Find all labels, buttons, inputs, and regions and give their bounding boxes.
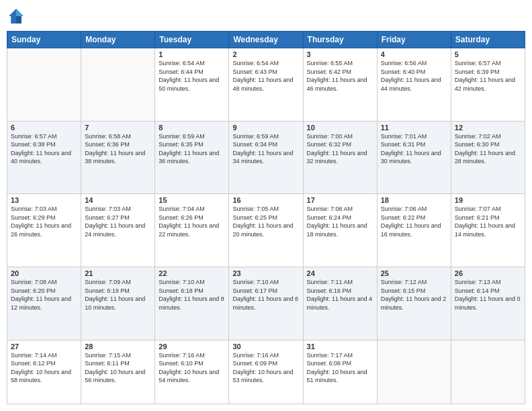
calendar-cell: 30Sunrise: 7:16 AM Sunset: 6:09 PM Dayli… xyxy=(229,340,303,404)
day-number: 2 xyxy=(232,50,299,58)
day-number: 20 xyxy=(11,269,77,277)
day-number: 1 xyxy=(159,50,225,58)
day-info: Sunrise: 6:58 AM Sunset: 6:36 PM Dayligh… xyxy=(85,132,151,166)
day-number: 30 xyxy=(232,342,299,351)
day-number: 28 xyxy=(85,342,151,351)
day-number: 29 xyxy=(159,342,225,351)
day-number: 27 xyxy=(11,342,77,351)
day-number: 4 xyxy=(381,50,447,58)
day-number: 14 xyxy=(85,196,151,204)
calendar-cell: 2Sunrise: 6:54 AM Sunset: 6:43 PM Daylig… xyxy=(229,48,303,122)
calendar-cell: 1Sunrise: 6:54 AM Sunset: 6:44 PM Daylig… xyxy=(155,48,229,122)
weekday-header: Monday xyxy=(81,32,155,48)
calendar-cell: 7Sunrise: 6:58 AM Sunset: 6:36 PM Daylig… xyxy=(81,121,155,194)
day-info: Sunrise: 7:12 AM Sunset: 6:15 PM Dayligh… xyxy=(381,278,447,312)
day-info: Sunrise: 7:16 AM Sunset: 6:10 PM Dayligh… xyxy=(159,351,225,385)
day-number: 17 xyxy=(307,196,373,204)
day-info: Sunrise: 6:57 AM Sunset: 6:39 PM Dayligh… xyxy=(455,59,521,93)
day-info: Sunrise: 7:02 AM Sunset: 6:30 PM Dayligh… xyxy=(455,132,521,166)
day-info: Sunrise: 7:14 AM Sunset: 6:12 PM Dayligh… xyxy=(11,351,77,385)
day-info: Sunrise: 7:10 AM Sunset: 6:18 PM Dayligh… xyxy=(159,278,225,312)
calendar-table: SundayMondayTuesdayWednesdayThursdayFrid… xyxy=(7,31,525,404)
calendar-cell: 11Sunrise: 7:01 AM Sunset: 6:31 PM Dayli… xyxy=(377,121,451,194)
day-number: 6 xyxy=(11,124,77,132)
day-info: Sunrise: 7:17 AM Sunset: 6:08 PM Dayligh… xyxy=(307,351,373,385)
calendar-cell: 5Sunrise: 6:57 AM Sunset: 6:39 PM Daylig… xyxy=(451,48,525,122)
weekday-header: Wednesday xyxy=(229,32,303,48)
day-info: Sunrise: 7:13 AM Sunset: 6:14 PM Dayligh… xyxy=(455,278,521,312)
day-info: Sunrise: 6:57 AM Sunset: 6:38 PM Dayligh… xyxy=(11,132,77,166)
day-number: 26 xyxy=(455,269,521,277)
day-info: Sunrise: 7:06 AM Sunset: 6:22 PM Dayligh… xyxy=(381,205,447,238)
calendar-cell xyxy=(7,48,81,122)
weekday-header: Sunday xyxy=(7,32,81,48)
calendar-cell: 23Sunrise: 7:10 AM Sunset: 6:17 PM Dayli… xyxy=(229,267,303,340)
day-number: 11 xyxy=(381,124,447,132)
day-info: Sunrise: 7:06 AM Sunset: 6:24 PM Dayligh… xyxy=(307,205,373,238)
calendar-cell: 13Sunrise: 7:03 AM Sunset: 6:29 PM Dayli… xyxy=(7,194,81,267)
day-number: 24 xyxy=(307,269,373,277)
day-number: 12 xyxy=(455,124,521,132)
day-info: Sunrise: 7:03 AM Sunset: 6:27 PM Dayligh… xyxy=(85,205,151,238)
calendar-cell: 14Sunrise: 7:03 AM Sunset: 6:27 PM Dayli… xyxy=(81,194,155,267)
calendar-cell: 4Sunrise: 6:56 AM Sunset: 6:40 PM Daylig… xyxy=(377,48,451,122)
day-info: Sunrise: 7:04 AM Sunset: 6:26 PM Dayligh… xyxy=(159,205,225,238)
weekday-header: Friday xyxy=(377,32,451,48)
calendar-cell: 20Sunrise: 7:08 AM Sunset: 6:20 PM Dayli… xyxy=(7,267,81,340)
logo-icon xyxy=(7,7,26,26)
calendar-cell: 19Sunrise: 7:07 AM Sunset: 6:21 PM Dayli… xyxy=(451,194,525,267)
calendar-cell: 25Sunrise: 7:12 AM Sunset: 6:15 PM Dayli… xyxy=(377,267,451,340)
day-info: Sunrise: 7:00 AM Sunset: 6:32 PM Dayligh… xyxy=(307,132,373,166)
svg-marker-2 xyxy=(16,16,21,24)
calendar-cell: 6Sunrise: 6:57 AM Sunset: 6:38 PM Daylig… xyxy=(7,121,81,194)
day-info: Sunrise: 6:54 AM Sunset: 6:44 PM Dayligh… xyxy=(159,59,225,93)
day-number: 13 xyxy=(11,196,77,204)
calendar-cell: 17Sunrise: 7:06 AM Sunset: 6:24 PM Dayli… xyxy=(303,194,377,267)
day-number: 15 xyxy=(159,196,225,204)
calendar-cell: 22Sunrise: 7:10 AM Sunset: 6:18 PM Dayli… xyxy=(155,267,229,340)
day-info: Sunrise: 7:16 AM Sunset: 6:09 PM Dayligh… xyxy=(232,351,299,385)
calendar-cell: 24Sunrise: 7:11 AM Sunset: 6:16 PM Dayli… xyxy=(303,267,377,340)
day-number: 9 xyxy=(232,124,299,132)
day-number: 19 xyxy=(455,196,521,204)
logo xyxy=(7,7,28,26)
header xyxy=(7,7,525,26)
day-info: Sunrise: 6:59 AM Sunset: 6:35 PM Dayligh… xyxy=(159,132,225,166)
calendar-cell: 28Sunrise: 7:15 AM Sunset: 6:11 PM Dayli… xyxy=(81,340,155,404)
calendar-cell: 3Sunrise: 6:55 AM Sunset: 6:42 PM Daylig… xyxy=(303,48,377,122)
day-info: Sunrise: 7:07 AM Sunset: 6:21 PM Dayligh… xyxy=(455,205,521,238)
day-info: Sunrise: 7:03 AM Sunset: 6:29 PM Dayligh… xyxy=(11,205,77,238)
weekday-header: Tuesday xyxy=(155,32,229,48)
day-info: Sunrise: 7:15 AM Sunset: 6:11 PM Dayligh… xyxy=(85,351,151,385)
calendar-cell: 27Sunrise: 7:14 AM Sunset: 6:12 PM Dayli… xyxy=(7,340,81,404)
day-info: Sunrise: 6:54 AM Sunset: 6:43 PM Dayligh… xyxy=(232,59,299,93)
day-info: Sunrise: 7:08 AM Sunset: 6:20 PM Dayligh… xyxy=(11,278,77,312)
day-info: Sunrise: 6:55 AM Sunset: 6:42 PM Dayligh… xyxy=(307,59,373,93)
day-number: 16 xyxy=(232,196,299,204)
day-number: 23 xyxy=(232,269,299,277)
calendar-cell: 26Sunrise: 7:13 AM Sunset: 6:14 PM Dayli… xyxy=(451,267,525,340)
day-number: 5 xyxy=(455,50,521,58)
calendar-cell xyxy=(377,340,451,404)
day-info: Sunrise: 7:05 AM Sunset: 6:25 PM Dayligh… xyxy=(232,205,299,238)
day-info: Sunrise: 7:01 AM Sunset: 6:31 PM Dayligh… xyxy=(381,132,447,166)
calendar-cell: 18Sunrise: 7:06 AM Sunset: 6:22 PM Dayli… xyxy=(377,194,451,267)
page: SundayMondayTuesdayWednesdayThursdayFrid… xyxy=(0,0,532,411)
calendar-cell: 29Sunrise: 7:16 AM Sunset: 6:10 PM Dayli… xyxy=(155,340,229,404)
day-info: Sunrise: 7:09 AM Sunset: 6:19 PM Dayligh… xyxy=(85,278,151,312)
day-number: 22 xyxy=(159,269,225,277)
calendar-cell: 10Sunrise: 7:00 AM Sunset: 6:32 PM Dayli… xyxy=(303,121,377,194)
calendar-cell xyxy=(451,340,525,404)
day-number: 25 xyxy=(381,269,447,277)
day-number: 21 xyxy=(85,269,151,277)
day-info: Sunrise: 6:59 AM Sunset: 6:34 PM Dayligh… xyxy=(232,132,299,166)
calendar-cell: 12Sunrise: 7:02 AM Sunset: 6:30 PM Dayli… xyxy=(451,121,525,194)
day-info: Sunrise: 7:11 AM Sunset: 6:16 PM Dayligh… xyxy=(307,278,373,312)
calendar-cell xyxy=(81,48,155,122)
day-number: 3 xyxy=(307,50,373,58)
day-number: 10 xyxy=(307,124,373,132)
svg-marker-1 xyxy=(16,9,24,16)
day-number: 7 xyxy=(85,124,151,132)
calendar-cell: 31Sunrise: 7:17 AM Sunset: 6:08 PM Dayli… xyxy=(303,340,377,404)
calendar-cell: 8Sunrise: 6:59 AM Sunset: 6:35 PM Daylig… xyxy=(155,121,229,194)
